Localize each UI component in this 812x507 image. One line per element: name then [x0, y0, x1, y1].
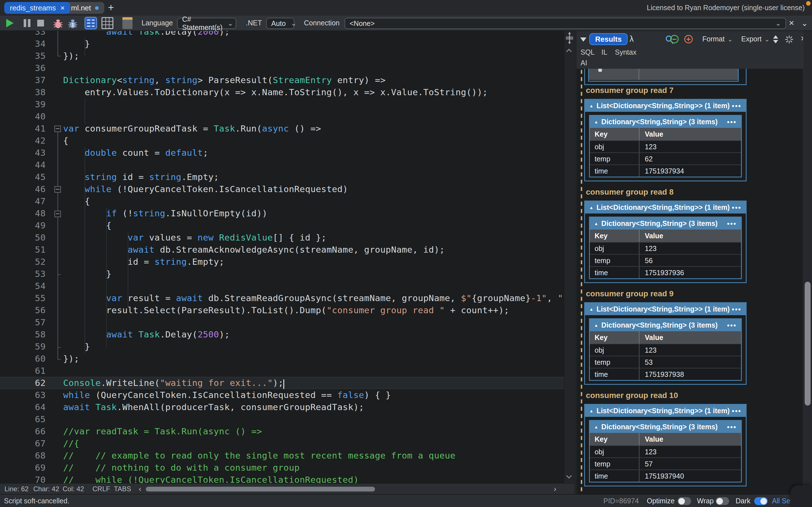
rich-text-results-button[interactable] [85, 17, 97, 29]
status-line: Line: 62 [4, 484, 29, 494]
more-options-icon[interactable]: ••• [732, 305, 742, 313]
lambda-tab[interactable]: λ [629, 31, 634, 47]
collapse-toolbar-icon[interactable]: ⌄ [801, 15, 808, 31]
more-options-icon[interactable]: ••• [732, 407, 742, 415]
result-table: KeyValueobj123temp56time1751937936 [590, 230, 741, 278]
zoom-out-icon[interactable] [670, 35, 679, 43]
more-options-icon[interactable]: ••• [727, 118, 737, 126]
dict-header[interactable]: ▲Dictionary<String,String> (3 items)••• [590, 421, 741, 433]
tab-redis-streams[interactable]: redis_streams × [4, 2, 70, 14]
tab-close-icon[interactable]: × [60, 4, 64, 12]
tab-syntax[interactable]: Syntax [615, 47, 637, 58]
more-options-icon[interactable]: ••• [727, 321, 737, 329]
line-number: 56 [0, 304, 46, 316]
dict-header[interactable]: ▲Dictionary<String,String> (3 items)••• [590, 319, 741, 331]
editor-vertical-scrollbar[interactable] [564, 31, 574, 483]
dotnet-version-dropdown[interactable]: Auto ⌄ [266, 18, 294, 29]
data-grid-results-button[interactable] [101, 17, 113, 29]
list-header[interactable]: ▲List<Dictionary<String,String>> (1 item… [585, 405, 746, 417]
export-menu[interactable]: Export⌄ [741, 31, 770, 47]
header-text: Dictionary<String,String> (3 items) [601, 423, 718, 431]
code-line-37: 37Dictionary<string, string> ParseResult… [0, 74, 564, 86]
list-header[interactable]: ▲List<Dictionary<String,String>> (1 item… [585, 202, 746, 214]
more-options-icon[interactable]: ••• [727, 220, 737, 228]
dict-header[interactable]: ▲Dictionary<String,String> (3 items)••• [590, 217, 741, 230]
results-tab-label: Results [595, 35, 622, 44]
language-dropdown[interactable]: C# Statement(s) ⌄ [177, 18, 236, 29]
code-text: } [63, 268, 112, 280]
value-cell: 123 [640, 242, 741, 254]
code-text: }); [63, 353, 79, 365]
code-line-69: 69// // nothing to do with a consumer gr… [0, 462, 564, 474]
results-tab[interactable]: Results [589, 33, 627, 45]
key-cell: time [590, 470, 640, 482]
more-options-icon[interactable]: ••• [727, 423, 737, 431]
code-line-63: 63while (QueryCancelToken.IsCancellation… [0, 389, 564, 401]
key-cell: time [590, 369, 640, 380]
list-header[interactable]: ▲List<Dictionary<String,String>> (1 item… [585, 100, 746, 112]
scroll-right-icon[interactable]: › [554, 484, 556, 494]
code-text: { [63, 195, 90, 207]
expand-all-icon[interactable] [784, 34, 794, 45]
code-text: var result = await db.StreamReadGroupAsy… [63, 292, 563, 304]
debug-breakpoint-bug-icon[interactable]: 1 [67, 18, 79, 29]
tab-il[interactable]: IL [601, 47, 607, 58]
results-caret-icon[interactable] [580, 38, 587, 42]
fold-marker-collapse[interactable] [54, 126, 61, 132]
dark-toggle[interactable] [754, 497, 768, 505]
list-header[interactable]: ▲List<Dictionary<String,String>> (1 item… [585, 303, 746, 315]
code-text: } [63, 341, 90, 353]
code-line-33: 33 await Task.Delay(2000); [0, 31, 564, 38]
splitter-grip-icon[interactable] [564, 32, 574, 44]
line-number: 49 [0, 219, 46, 231]
results-subtabs: SQL IL Syntax [576, 47, 812, 58]
tab-sql[interactable]: SQL [580, 47, 595, 58]
results-scrollbar-thumb[interactable] [805, 282, 811, 406]
code-text: while (QueryCancelToken.IsCancellationRe… [63, 389, 391, 401]
more-options-icon[interactable]: ••• [732, 204, 742, 212]
tab-ai[interactable]: AI [580, 58, 587, 69]
run-button[interactable] [6, 19, 13, 27]
format-menu[interactable]: Format⌄ [702, 31, 733, 47]
line-number: 42 [0, 135, 46, 147]
unsaved-dot-icon [95, 6, 99, 10]
status-col: Col: 42 [63, 484, 84, 494]
scroll-down-icon[interactable] [566, 473, 572, 478]
tab-ml-net[interactable]: ml.net [65, 2, 104, 14]
table-row: temp56 [590, 254, 741, 266]
value-cell: 123 [640, 446, 741, 457]
horizontal-scrollbar-thumb[interactable] [146, 487, 375, 492]
key-cell: obj [590, 141, 640, 152]
value-cell: 1751937934 [640, 165, 741, 177]
code-text: await Task.Delay(2000); [63, 31, 230, 38]
notebook-icon[interactable] [122, 17, 133, 29]
wrap-toggle[interactable] [716, 497, 729, 505]
fold-marker-collapse[interactable] [54, 211, 61, 217]
toolbar: 1 Language C# Statement(s) ⌄ .NET Auto ⌄… [0, 15, 812, 31]
fold-marker-collapse[interactable] [54, 186, 61, 193]
new-tab-button[interactable]: + [108, 0, 114, 15]
scroll-up-icon[interactable] [566, 49, 572, 54]
code-line-38: 38 entry.Values.ToDictionary(x => x.Name… [0, 86, 564, 98]
code-line-60: 60}); [0, 353, 564, 365]
zoom-in-icon[interactable] [684, 35, 693, 43]
panel-splitter[interactable] [574, 31, 576, 494]
indent-guide [85, 38, 85, 56]
indent-guide [85, 99, 85, 124]
more-options-icon[interactable]: ••• [732, 102, 742, 110]
collapse-triangle-icon: ▲ [589, 408, 594, 413]
code-editor[interactable]: 33 await Task.Delay(2000);34 }35});3637D… [0, 31, 564, 483]
connection-dropdown[interactable]: <None> ⌄ [345, 18, 786, 29]
scroll-left-icon[interactable]: ‹ [139, 484, 141, 494]
optimize-toggle[interactable] [677, 497, 691, 505]
debug-bug-icon[interactable] [52, 18, 64, 29]
stop-button[interactable] [37, 20, 44, 26]
line-number: 34 [0, 38, 46, 50]
all-settings-link[interactable]: All Set [772, 495, 792, 507]
code-line-70: 70// while (!QueryCancelToken.IsCancella… [0, 474, 564, 483]
dict-header[interactable]: ▲Dictionary<String,String> (3 items)••• [590, 116, 741, 128]
results-scrollbar[interactable] [803, 31, 812, 494]
close-panel-icon[interactable]: × [789, 15, 794, 31]
sort-icon[interactable] [773, 35, 778, 43]
pause-button[interactable] [24, 19, 31, 27]
